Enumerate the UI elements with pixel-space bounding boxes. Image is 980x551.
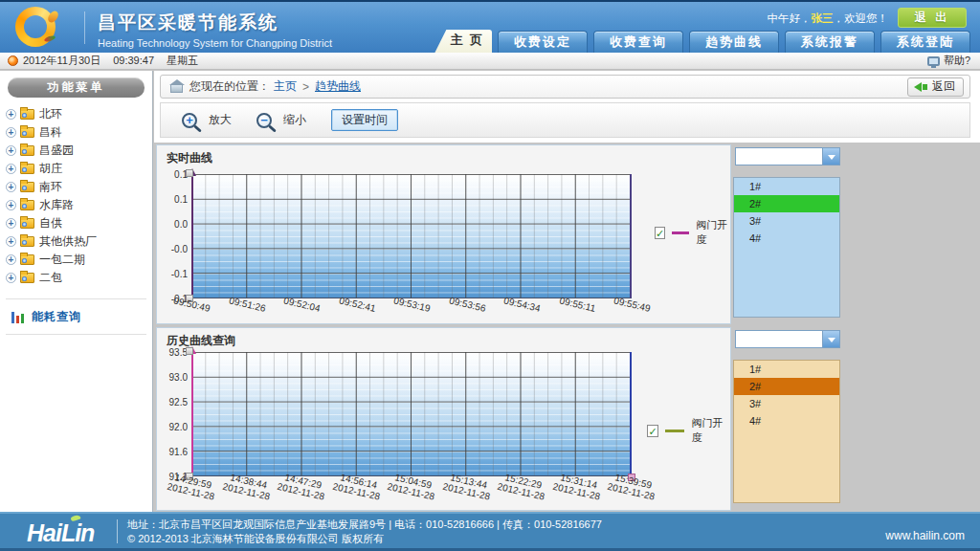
folder-icon	[20, 127, 34, 138]
y-axis-line	[191, 352, 193, 475]
sidebar-tree-item[interactable]: + 胡庄	[6, 160, 152, 178]
expand-plus-icon[interactable]: +	[6, 182, 16, 192]
legend-line-swatch	[665, 430, 684, 432]
sidebar-tree-item[interactable]: + 南环	[6, 178, 152, 196]
axis-slider-handle[interactable]	[186, 347, 193, 355]
zoom-in-icon[interactable]: +	[182, 113, 197, 128]
x-tick-label: 09:55:49	[612, 295, 651, 313]
realtime-station-select[interactable]	[735, 147, 840, 165]
footer-website[interactable]: www.hailin.com	[885, 529, 965, 542]
zoom-in-label[interactable]: 放大	[209, 112, 232, 128]
folder-icon	[20, 236, 34, 247]
chart-toolbar: + 放大 − 缩小 设置时间	[160, 102, 970, 138]
header: 昌平区采暖节能系统 Heating Technology System for …	[0, 0, 980, 53]
select-value	[736, 148, 822, 165]
zoom-out-label[interactable]: 缩小	[283, 112, 306, 128]
app-title: 昌平区采暖节能系统	[98, 11, 332, 35]
time-label: 09:39:47	[113, 55, 154, 66]
device-list-item[interactable]: 2#	[734, 378, 839, 395]
realtime-plot-area[interactable]	[191, 174, 632, 298]
tree-item-label: 胡庄	[39, 161, 62, 177]
device-list-item[interactable]: 1#	[734, 361, 839, 378]
sidebar-separator	[6, 334, 146, 335]
header-titles: 昌平区采暖节能系统 Heating Technology System for …	[98, 11, 332, 49]
sidebar-tree-item[interactable]: + 二包	[6, 269, 152, 287]
expand-plus-icon[interactable]: +	[6, 145, 16, 156]
chevron-down-icon[interactable]	[822, 331, 839, 347]
energy-query-label: 能耗查询	[32, 309, 81, 325]
history-station-select[interactable]	[735, 330, 840, 348]
nav-tab[interactable]: 系统报警	[785, 31, 875, 53]
bar-chart-icon	[11, 311, 25, 323]
realtime-chart-title: 实时曲线	[167, 150, 212, 166]
expand-plus-icon[interactable]: +	[6, 200, 16, 210]
legend-label: 阀门开度	[691, 416, 730, 445]
legend-checkbox[interactable]	[647, 425, 658, 437]
realtime-legend: 阀门开度	[655, 218, 730, 247]
sidebar-tree-item[interactable]: + 昌科	[6, 123, 152, 142]
help-button[interactable]: 帮助?	[927, 54, 970, 68]
expand-plus-icon[interactable]: +	[6, 127, 16, 138]
nav-tab[interactable]: 趋势曲线	[689, 31, 779, 53]
nav-tab[interactable]: 系统登陆	[880, 31, 970, 53]
back-label: 返回	[932, 78, 955, 95]
tree-item-label: 昌盛园	[39, 143, 74, 159]
legend-label: 阀门开度	[696, 218, 730, 247]
sidebar-tree-item[interactable]: + 水库路	[6, 196, 152, 214]
device-list-item[interactable]: 3#	[734, 212, 839, 230]
device-list-item[interactable]: 4#	[734, 412, 839, 430]
tree-item-label: 二包	[39, 270, 62, 286]
nav-tabs: 主 页收费设定收费查询趋势曲线系统报警系统登陆	[434, 30, 970, 53]
footer: HaiLin 地址：北京市昌平区回龙观国际信息产业基地发展路9号 | 电话：01…	[0, 512, 980, 551]
expand-plus-icon[interactable]: +	[6, 109, 16, 120]
device-list-item[interactable]: 3#	[734, 395, 839, 412]
legend-line-swatch	[672, 231, 689, 234]
help-label: 帮助?	[944, 54, 970, 68]
set-time-button[interactable]: 设置时间	[331, 109, 398, 131]
sidebar-tree-item[interactable]: + 北环	[6, 105, 152, 123]
sidebar-tree-item[interactable]: + 其他供热厂	[6, 232, 152, 251]
device-list-item[interactable]: 4#	[734, 230, 839, 247]
page: 昌平区采暖节能系统 Heating Technology System for …	[0, 0, 980, 551]
expand-plus-icon[interactable]: +	[6, 218, 16, 229]
expand-plus-icon[interactable]: +	[6, 273, 16, 283]
logout-button[interactable]: 退 出	[898, 8, 967, 28]
nav-tab[interactable]: 收费设定	[498, 31, 588, 53]
history-legend: 阀门开度	[647, 416, 730, 445]
expand-plus-icon[interactable]: +	[6, 164, 16, 174]
device-list-item[interactable]: 1#	[734, 178, 839, 195]
breadcrumb-home-link[interactable]: 主页	[274, 78, 297, 95]
breadcrumb-current-link[interactable]: 趋势曲线	[315, 78, 361, 95]
zoom-out-icon[interactable]: −	[256, 113, 272, 128]
nav-tab[interactable]: 主 页	[434, 30, 492, 53]
breadcrumb-separator: >	[302, 80, 309, 94]
tree-item-label: 南环	[39, 179, 62, 195]
x-tick-label: 15:39:59 2012-11-28	[607, 471, 658, 502]
expand-plus-icon[interactable]: +	[6, 254, 16, 265]
tree-item-label: 北环	[39, 106, 62, 122]
nav-tab[interactable]: 收费查询	[593, 31, 683, 53]
history-x-axis: 14:29:59 2012-11-28 14:38:44 2012-11-28 …	[191, 481, 632, 502]
history-y-axis: 93.593.092.592.091.691.1	[157, 352, 188, 476]
device-list-item[interactable]: 2#	[734, 195, 839, 212]
history-plot-area[interactable]	[191, 352, 632, 476]
tree-item-label: 自供	[39, 215, 62, 231]
sidebar-tree-item[interactable]: + 一包二期	[6, 251, 152, 269]
chevron-down-icon[interactable]	[822, 148, 839, 165]
sidebar-tree-item[interactable]: + 昌盛园	[6, 142, 152, 160]
back-button[interactable]: 返回	[907, 77, 964, 97]
energy-query-link[interactable]: 能耗查询	[0, 307, 152, 326]
axis-slider-handle[interactable]	[186, 169, 193, 177]
folder-icon	[20, 273, 34, 283]
history-device-list: 1#2#3#4#	[733, 360, 840, 503]
breadcrumb: 您现在的位置： 主页 > 趋势曲线 返回	[160, 75, 970, 99]
sidebar-tree-item[interactable]: + 自供	[6, 214, 152, 232]
greeting-suffix: ，欢迎您！	[834, 12, 889, 24]
footer-text: 地址：北京市昌平区回龙观国际信息产业基地发展路9号 | 电话：010-52816…	[127, 518, 602, 546]
expand-plus-icon[interactable]: +	[6, 236, 16, 247]
app-subtitle: Heating Technology System for Changping …	[98, 37, 332, 49]
legend-checkbox[interactable]	[655, 227, 665, 239]
sidebar-separator	[6, 298, 146, 299]
main-content: 您现在的位置： 主页 > 趋势曲线 返回 + 放大 − 缩小 设置时间 实时曲线	[154, 71, 980, 512]
realtime-chart-panel: 实时曲线 0.10.10.0-0.0-0.1-0.1 09:50:4909:51…	[156, 144, 731, 324]
